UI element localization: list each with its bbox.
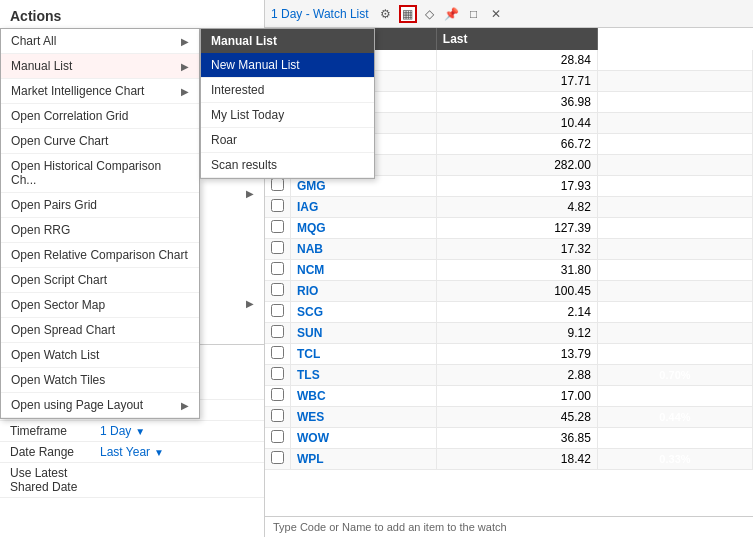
main-menu-item[interactable]: Open Pairs Grid: [1, 193, 199, 218]
table-row[interactable]: NAB 17.32: [265, 239, 753, 260]
diamond-icon[interactable]: ◇: [421, 5, 439, 23]
table-row[interactable]: TLS 2.88 0.70%: [265, 365, 753, 386]
menu-item-label: Market Intelligence Chart: [11, 84, 144, 98]
close-icon[interactable]: ✕: [487, 5, 505, 23]
row-checkbox[interactable]: [271, 367, 284, 380]
property-row: Date RangeLast Year▼: [0, 442, 264, 463]
table-row[interactable]: MQG 127.39: [265, 218, 753, 239]
submenu-item[interactable]: My List Today: [201, 103, 374, 128]
row-checkbox[interactable]: [271, 304, 284, 317]
main-menu-item[interactable]: Open Correlation Grid: [1, 104, 199, 129]
arrow-icon: ▶: [246, 298, 254, 309]
main-menu-item[interactable]: Open Watch Tiles: [1, 368, 199, 393]
change-cell: 0.70%: [597, 365, 752, 386]
change-cell: [597, 197, 752, 218]
menu-item-label: Open Historical Comparison Ch...: [11, 159, 189, 187]
menu-item-label: Open Sector Map: [11, 298, 105, 312]
submenu-item[interactable]: Roar: [201, 128, 374, 153]
change-cell: 0.33%: [597, 449, 752, 470]
last-cell: 36.85: [436, 428, 597, 449]
row-checkbox[interactable]: [271, 241, 284, 254]
main-menu-item[interactable]: Chart All▶: [1, 29, 199, 54]
change-cell: [597, 176, 752, 197]
main-dropdown-items: Chart All▶Manual List▶Market Intelligenc…: [1, 29, 199, 418]
change-cell: [597, 281, 752, 302]
row-checkbox[interactable]: [271, 346, 284, 359]
settings-icon[interactable]: ⚙: [377, 5, 395, 23]
code-cell: WBC: [291, 386, 437, 407]
submenu-item[interactable]: Interested: [201, 78, 374, 103]
code-cell: NAB: [291, 239, 437, 260]
row-checkbox-cell: [265, 302, 291, 323]
row-checkbox[interactable]: [271, 430, 284, 443]
row-checkbox-cell: [265, 260, 291, 281]
row-checkbox[interactable]: [271, 283, 284, 296]
restore-icon[interactable]: □: [465, 5, 483, 23]
last-cell: 17.71: [436, 71, 597, 92]
main-menu-item[interactable]: Manual List▶: [1, 54, 199, 79]
table-row[interactable]: WES 45.28 0.44%: [265, 407, 753, 428]
row-checkbox[interactable]: [271, 199, 284, 212]
change-cell: [597, 218, 752, 239]
actions-title: Actions: [0, 0, 264, 28]
table-row[interactable]: SCG 2.14: [265, 302, 753, 323]
code-cell: IAG: [291, 197, 437, 218]
main-menu-item[interactable]: Open Relative Comparison Chart: [1, 243, 199, 268]
row-checkbox[interactable]: [271, 451, 284, 464]
row-checkbox[interactable]: [271, 409, 284, 422]
table-row[interactable]: IAG 4.82: [265, 197, 753, 218]
table-row[interactable]: WPL 18.42 0.33%: [265, 449, 753, 470]
main-menu-item[interactable]: Market Intelligence Chart▶: [1, 79, 199, 104]
row-checkbox[interactable]: [271, 388, 284, 401]
main-menu-item[interactable]: Open Spread Chart: [1, 318, 199, 343]
pin-icon[interactable]: 📌: [443, 5, 461, 23]
row-checkbox[interactable]: [271, 178, 284, 191]
last-cell: 13.79: [436, 344, 597, 365]
main-menu-item[interactable]: Open using Page Layout▶: [1, 393, 199, 418]
last-cell: 4.82: [436, 197, 597, 218]
submenu-items: New Manual ListInterestedMy List TodayRo…: [201, 53, 374, 178]
menu-arrow-icon: ▶: [181, 86, 189, 97]
prop-dropdown[interactable]: 1 Day▼: [100, 424, 145, 438]
grid-icon[interactable]: ▦: [399, 5, 417, 23]
prop-dropdown[interactable]: Last Year▼: [100, 445, 164, 459]
dropdown-arrow-icon: ▼: [154, 447, 164, 458]
property-row: Timeframe1 Day▼: [0, 421, 264, 442]
code-cell: WOW: [291, 428, 437, 449]
table-row[interactable]: WOW 36.85 0.11%: [265, 428, 753, 449]
row-checkbox[interactable]: [271, 220, 284, 233]
table-row[interactable]: SUN 9.12: [265, 323, 753, 344]
row-checkbox[interactable]: [271, 262, 284, 275]
change-cell: [597, 260, 752, 281]
main-menu-item[interactable]: Open Historical Comparison Ch...: [1, 154, 199, 193]
last-cell: 9.12: [436, 323, 597, 344]
prop-value: Last Year: [100, 445, 150, 459]
arrow-icon: ▶: [246, 188, 254, 199]
submenu-item[interactable]: Scan results: [201, 153, 374, 178]
code-cell: MQG: [291, 218, 437, 239]
prop-label: Timeframe: [10, 424, 100, 438]
table-row[interactable]: NCM 31.80: [265, 260, 753, 281]
last-cell: 282.00: [436, 155, 597, 176]
main-menu-item[interactable]: Open RRG: [1, 218, 199, 243]
row-checkbox-cell: [265, 428, 291, 449]
row-checkbox[interactable]: [271, 325, 284, 338]
table-row[interactable]: TCL 13.79: [265, 344, 753, 365]
submenu-item-label: My List Today: [211, 108, 284, 122]
change-cell: [597, 134, 752, 155]
menu-item-label: Open Script Chart: [11, 273, 107, 287]
main-menu-item[interactable]: Open Script Chart: [1, 268, 199, 293]
change-cell: [597, 302, 752, 323]
table-row[interactable]: WBC 17.00 -0.41%: [265, 386, 753, 407]
menu-item-label: Open Curve Chart: [11, 134, 108, 148]
main-menu-item[interactable]: Open Watch List: [1, 343, 199, 368]
submenu-item-label: New Manual List: [211, 58, 300, 72]
main-menu-item[interactable]: Open Curve Chart: [1, 129, 199, 154]
row-checkbox-cell: [265, 239, 291, 260]
code-cell: SCG: [291, 302, 437, 323]
table-row[interactable]: RIO 100.45: [265, 281, 753, 302]
change-cell: [597, 323, 752, 344]
submenu-item[interactable]: New Manual List: [201, 53, 374, 78]
main-menu-item[interactable]: Open Sector Map: [1, 293, 199, 318]
last-cell: 45.28: [436, 407, 597, 428]
